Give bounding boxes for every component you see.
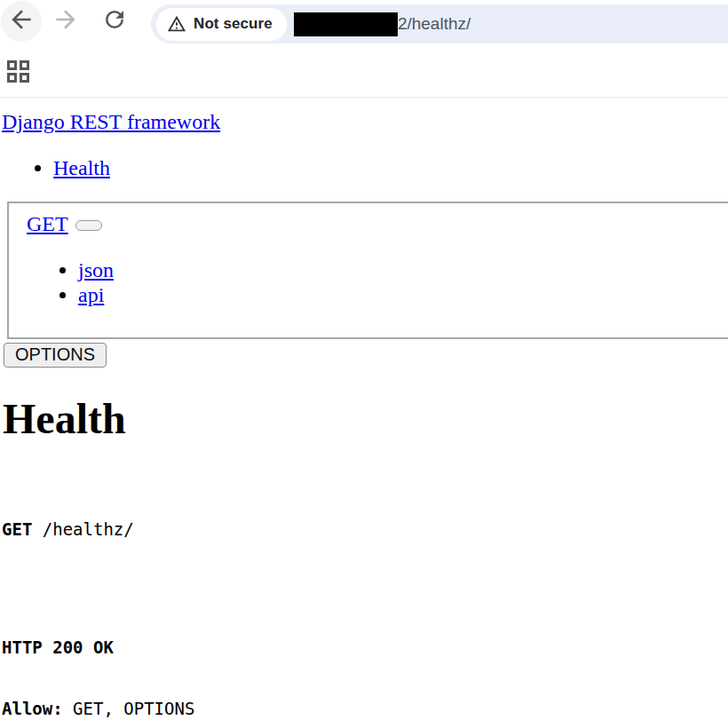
get-link[interactable]: GET xyxy=(27,212,68,235)
breadcrumb-item-health: Health xyxy=(53,155,728,180)
brand-link[interactable]: Django REST framework xyxy=(2,110,220,133)
method-panel: GET json api xyxy=(7,202,728,339)
page-content: Django REST framework Health GET json ap… xyxy=(0,98,728,728)
method-row: GET xyxy=(27,212,728,236)
back-arrow-icon xyxy=(7,5,36,37)
forward-arrow-icon xyxy=(51,5,80,37)
reload-icon xyxy=(101,6,128,36)
warning-triangle-icon xyxy=(167,14,186,34)
brand-row: Django REST framework xyxy=(2,110,728,134)
format-list: json api xyxy=(27,257,728,307)
reload-button[interactable] xyxy=(94,1,135,42)
format-item-api: api xyxy=(78,282,728,307)
options-button[interactable]: OPTIONS xyxy=(4,343,107,368)
security-label: Not secure xyxy=(194,15,273,33)
health-link[interactable]: Health xyxy=(53,156,110,179)
response-block: HTTP 200 OK Allow: GET, OPTIONS Content-… xyxy=(2,597,728,728)
request-line-block: GET /healthz/ xyxy=(2,479,728,581)
request-line: GET /healthz/ xyxy=(2,519,728,540)
format-dropdown-toggle-button[interactable] xyxy=(75,220,102,231)
page-title: Health xyxy=(3,394,728,443)
header-line-allow: Allow: GET, OPTIONS xyxy=(2,699,728,719)
breadcrumb-list: Health xyxy=(2,155,728,180)
json-format-link[interactable]: json xyxy=(78,258,114,281)
request-method: GET xyxy=(2,519,32,539)
address-bar[interactable]: Not secure 2/healthz/ xyxy=(151,4,728,44)
request-path: /healthz/ xyxy=(32,519,133,539)
back-button[interactable] xyxy=(1,1,42,42)
apps-grid-icon[interactable] xyxy=(7,60,29,83)
url-text: 2/healthz/ xyxy=(398,14,471,34)
bookmarks-bar xyxy=(0,46,728,98)
security-chip[interactable]: Not secure xyxy=(156,8,287,41)
forward-button[interactable] xyxy=(45,1,86,42)
format-item-json: json xyxy=(78,257,728,282)
browser-toolbar: Not secure 2/healthz/ xyxy=(0,0,728,46)
status-line: HTTP 200 OK xyxy=(2,637,728,658)
api-format-link[interactable]: api xyxy=(78,283,104,306)
redacted-url-block xyxy=(294,12,398,36)
